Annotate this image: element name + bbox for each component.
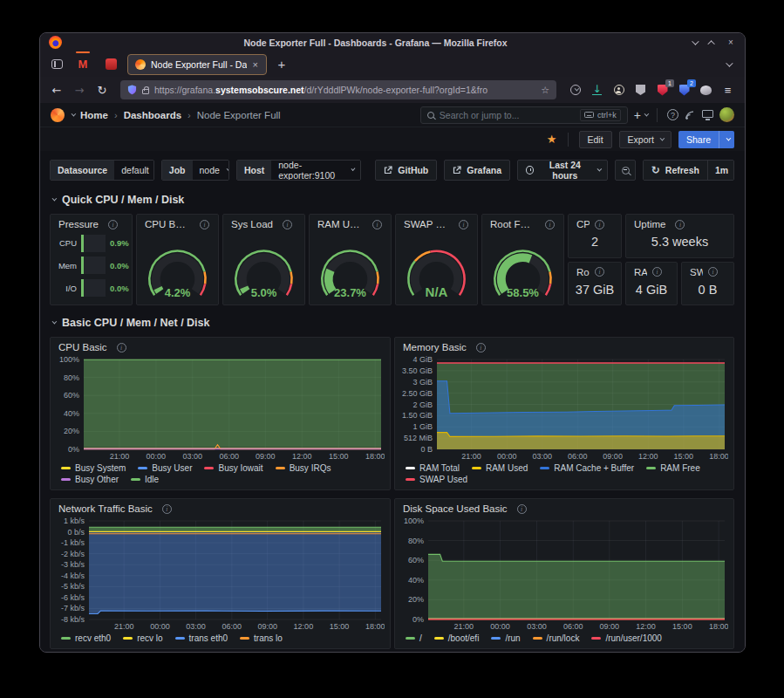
extension-button-1[interactable] bbox=[634, 84, 647, 97]
legend-item[interactable]: Busy System bbox=[61, 463, 126, 473]
export-button[interactable]: Export bbox=[619, 131, 672, 148]
downloads-button[interactable]: ↓ bbox=[590, 84, 603, 97]
pocket-button[interactable] bbox=[569, 84, 582, 97]
account-button[interactable] bbox=[612, 84, 625, 97]
legend-item[interactable]: /run bbox=[491, 633, 520, 643]
pinned-tab-gmail[interactable]: M bbox=[72, 54, 94, 75]
breadcrumb-home[interactable]: Home bbox=[80, 110, 108, 120]
legend-item[interactable]: Busy User bbox=[138, 463, 192, 473]
search-input[interactable]: Search or jump to... ctrl+k bbox=[420, 106, 628, 124]
menu-button[interactable]: ≡ bbox=[721, 84, 734, 97]
network-traffic-chart[interactable]: 1 kb/s0 b/s-1 kb/s-2 kb/s-3 kb/s-4 kb/s-… bbox=[52, 517, 385, 632]
disk-space-chart[interactable]: 100%80%60%40%20%0%21:0000:0003:0006:0009… bbox=[397, 517, 728, 632]
extension-button-red[interactable]: 1 bbox=[656, 84, 669, 97]
user-avatar[interactable] bbox=[719, 107, 734, 122]
legend-item[interactable]: recv eth0 bbox=[61, 633, 111, 643]
legend-item[interactable]: RAM Free bbox=[646, 463, 700, 473]
github-link-button[interactable]: GitHub bbox=[375, 160, 437, 181]
refresh-interval-dropdown[interactable]: 1m bbox=[707, 161, 734, 180]
section-basic-cpu-mem-net-disk[interactable]: Basic CPU / Mem / Net / Disk bbox=[51, 314, 734, 332]
legend-item[interactable]: / bbox=[406, 633, 422, 643]
host-dropdown[interactable]: node-exporter:9100 bbox=[271, 161, 360, 180]
legend-item[interactable]: recv lo bbox=[123, 633, 162, 643]
memory-basic-chart[interactable]: 4 GiB3.50 GiB3 GiB2.50 GiB2 GiB1.50 GiB1… bbox=[397, 355, 728, 462]
info-icon[interactable] bbox=[595, 267, 604, 277]
reload-button[interactable]: ↻ bbox=[92, 80, 112, 99]
info-icon[interactable] bbox=[372, 220, 382, 229]
legend-item[interactable]: /boot/efi bbox=[434, 633, 480, 643]
legend-item[interactable]: trans eth0 bbox=[175, 633, 228, 643]
section-quick-cpu-mem-disk[interactable]: Quick CPU / Mem / Disk bbox=[51, 191, 734, 209]
share-button[interactable]: Share bbox=[678, 131, 719, 148]
info-icon[interactable] bbox=[283, 220, 292, 229]
info-icon[interactable] bbox=[117, 343, 126, 352]
info-icon[interactable] bbox=[708, 267, 718, 277]
display-button[interactable] bbox=[702, 113, 713, 118]
legend-swatch bbox=[138, 467, 147, 469]
favorite-star-button[interactable]: ★ bbox=[547, 133, 557, 146]
y-tick-label: 0 b/s bbox=[67, 528, 85, 537]
legend-item[interactable]: RAM Total bbox=[406, 463, 460, 473]
x-tick-label: 09:00 bbox=[603, 452, 623, 461]
info-icon[interactable] bbox=[459, 220, 468, 229]
legend-label: /run/lock bbox=[547, 633, 580, 643]
minimize-icon bbox=[692, 38, 699, 44]
info-icon[interactable] bbox=[108, 220, 118, 229]
info-icon[interactable] bbox=[517, 504, 527, 514]
tab-close-button[interactable]: × bbox=[252, 59, 259, 70]
legend-item[interactable]: SWAP Used bbox=[406, 475, 467, 484]
legend-item[interactable]: Idle bbox=[131, 475, 159, 484]
sidebar-toggle-button[interactable] bbox=[47, 55, 66, 74]
legend-item[interactable]: RAM Cache + Buffer bbox=[540, 463, 634, 473]
job-dropdown[interactable]: node bbox=[193, 161, 229, 180]
legend-item[interactable]: Busy Other bbox=[61, 475, 119, 484]
minimize-button[interactable] bbox=[689, 38, 699, 47]
info-icon[interactable] bbox=[545, 220, 555, 229]
legend-item[interactable]: trans lo bbox=[240, 633, 283, 643]
edit-button[interactable]: Edit bbox=[579, 131, 612, 148]
grafana-logo-icon[interactable] bbox=[51, 108, 65, 122]
back-button[interactable]: ← bbox=[47, 80, 66, 99]
info-icon[interactable] bbox=[162, 504, 172, 514]
bookmark-star-icon[interactable]: ☆ bbox=[541, 85, 549, 96]
zoom-out-button[interactable] bbox=[615, 160, 635, 181]
refresh-button[interactable]: ↻Refresh bbox=[644, 161, 707, 180]
breadcrumb-dashboards[interactable]: Dashboards bbox=[124, 110, 181, 120]
close-button[interactable]: × bbox=[726, 38, 736, 47]
time-range-picker[interactable]: Last 24 hours bbox=[517, 160, 608, 181]
stat-value: 4 GiB bbox=[626, 278, 677, 305]
help-button[interactable]: ? bbox=[667, 109, 678, 120]
maximize-button[interactable] bbox=[707, 38, 718, 47]
tracking-protection-shield-icon[interactable] bbox=[127, 85, 137, 95]
legend-item[interactable]: /run/user/1000 bbox=[591, 633, 662, 643]
datasource-dropdown[interactable]: default bbox=[114, 161, 154, 180]
stat-value: 37 GiB bbox=[569, 278, 621, 305]
lock-icon[interactable] bbox=[142, 89, 149, 94]
legend-item[interactable]: Busy Iowait bbox=[204, 463, 262, 473]
news-button[interactable] bbox=[685, 110, 696, 120]
extension-button-paw[interactable] bbox=[699, 84, 712, 97]
legend-item[interactable]: /run/lock bbox=[533, 633, 580, 643]
legend-item[interactable]: RAM Used bbox=[472, 463, 528, 473]
pinned-tab-2[interactable] bbox=[99, 54, 122, 75]
url-bar[interactable]: https://grafana.systemsobscure.net/d/rYd… bbox=[120, 80, 556, 99]
list-all-tabs-button[interactable] bbox=[719, 55, 738, 74]
grafana-link-button[interactable]: Grafana bbox=[444, 160, 510, 181]
new-tab-button[interactable]: + bbox=[272, 55, 291, 74]
panel-ram-total: RAM Total 4 GiB bbox=[625, 262, 678, 306]
info-icon[interactable] bbox=[675, 220, 685, 229]
info-icon[interactable] bbox=[200, 220, 209, 229]
cpu-basic-chart[interactable]: 100%80%60%40%20%0%21:0000:0003:0006:0009… bbox=[52, 355, 385, 462]
legend-item[interactable]: Busy IRQs bbox=[276, 463, 331, 473]
share-menu-button[interactable] bbox=[719, 131, 734, 148]
info-icon[interactable] bbox=[476, 343, 486, 352]
panel-network-traffic-basic: Network Traffic Basic 1 kb/s0 b/s-1 kb/s… bbox=[50, 498, 391, 649]
info-icon[interactable] bbox=[595, 220, 604, 229]
extension-button-blue[interactable]: 2 bbox=[678, 84, 691, 97]
active-tab[interactable]: Node Exporter Full - Dashbo × bbox=[127, 54, 267, 75]
grafana-favicon bbox=[135, 59, 146, 70]
add-menu-button[interactable]: + bbox=[634, 108, 647, 122]
x-tick-label: 00:00 bbox=[150, 622, 170, 631]
info-icon[interactable] bbox=[652, 267, 662, 277]
forward-button[interactable]: → bbox=[70, 80, 89, 99]
